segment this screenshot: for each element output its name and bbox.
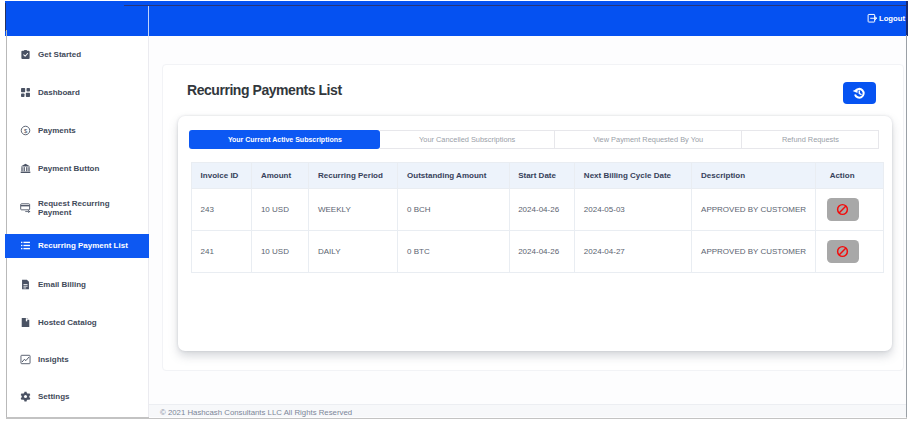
svg-text:$: $: [24, 128, 28, 134]
